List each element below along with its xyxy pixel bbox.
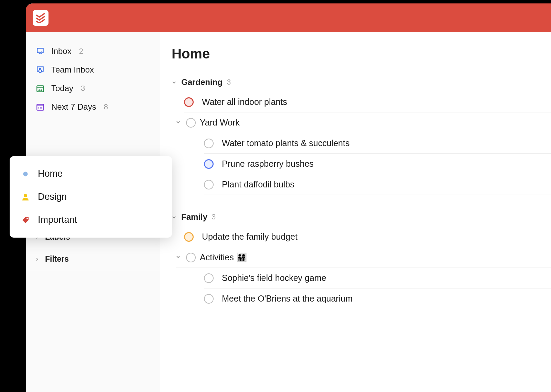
task-row[interactable]: Plant daffodil bulbs (204, 174, 551, 195)
task-row[interactable]: Water tomato plants & succulents (204, 133, 551, 154)
main-panel: Home Gardening 3 Water all indoor plants (160, 32, 551, 392)
sidebar-section-filters[interactable]: Filters (26, 248, 160, 270)
task-checkbox[interactable] (184, 97, 194, 107)
group-name: Family (181, 212, 207, 222)
group-count: 3 (212, 213, 216, 221)
task-title: Sophie's field hockey game (222, 273, 326, 283)
favorite-label: Home (38, 168, 63, 179)
task-row[interactable]: Yard Work (176, 112, 551, 133)
task-checkbox[interactable] (204, 180, 214, 189)
favorite-label: Important (38, 215, 77, 225)
task-title: Water all indoor plants (202, 97, 287, 107)
favorite-item-home[interactable]: Home (10, 162, 172, 185)
chevron-down-icon (172, 212, 177, 222)
favorite-label: Design (38, 192, 67, 202)
svg-point-7 (39, 108, 39, 109)
sidebar-item-team-inbox[interactable]: Team Inbox (26, 61, 160, 79)
svg-point-5 (40, 107, 41, 108)
section-label: Filters (45, 254, 69, 264)
task-title: Activities 👨‍👩‍👧‍👦 (200, 252, 247, 262)
task-checkbox[interactable] (204, 159, 214, 169)
svg-text:21: 21 (39, 88, 42, 91)
group-header-family[interactable]: Family 3 (172, 212, 551, 224)
team-inbox-icon (35, 65, 45, 75)
task-row[interactable]: Prune raspberry bushes (204, 154, 551, 174)
next7-icon (35, 102, 45, 112)
sidebar-item-inbox[interactable]: Inbox 2 (26, 42, 160, 61)
person-icon (21, 192, 30, 202)
favorites-popover: Home Design Important (10, 156, 172, 238)
nav-label: Today (51, 84, 73, 93)
task-list: Water all indoor plants Yard Work Water … (174, 92, 551, 195)
nav-count: 8 (104, 102, 108, 111)
today-icon: 21 (35, 84, 45, 93)
task-checkbox[interactable] (204, 139, 214, 148)
chevron-down-icon (172, 77, 177, 87)
page-title: Home (172, 46, 551, 62)
task-title: Plant daffodil bulbs (222, 179, 294, 189)
task-row[interactable]: Activities 👨‍👩‍👧‍👦 (176, 247, 551, 268)
task-row[interactable]: Sophie's field hockey game (204, 268, 551, 288)
svg-point-4 (39, 107, 39, 108)
sidebar-item-next7[interactable]: Next 7 Days 8 (26, 98, 160, 116)
task-title: Update the family budget (202, 232, 298, 242)
nav-label: Inbox (51, 46, 72, 56)
nav-label: Next 7 Days (51, 102, 96, 112)
task-row[interactable]: Update the family budget (184, 227, 551, 247)
task-checkbox[interactable] (186, 253, 196, 262)
task-row[interactable]: Water all indoor plants (184, 92, 551, 112)
group-header-gardening[interactable]: Gardening 3 (172, 77, 551, 89)
task-checkbox[interactable] (186, 118, 196, 128)
task-checkbox[interactable] (204, 294, 214, 304)
task-title: Prune raspberry bushes (222, 159, 314, 169)
task-title: Water tomato plants & succulents (222, 138, 349, 148)
svg-point-6 (41, 107, 42, 108)
task-title: Yard Work (200, 118, 240, 128)
chevron-down-icon[interactable] (176, 120, 182, 126)
todoist-icon (35, 13, 46, 23)
app-logo[interactable] (33, 10, 48, 26)
task-row[interactable]: Meet the O'Briens at the aquarium (204, 288, 551, 309)
task-title: Meet the O'Briens at the aquarium (222, 294, 353, 304)
tag-icon (21, 215, 30, 225)
dot-icon (21, 169, 30, 179)
nav-label: Team Inbox (51, 65, 94, 75)
svg-point-12 (26, 218, 28, 219)
task-checkbox[interactable] (204, 273, 214, 283)
svg-point-8 (40, 108, 41, 109)
svg-point-10 (23, 172, 28, 176)
group-name: Gardening (181, 77, 223, 87)
favorite-item-important[interactable]: Important (10, 208, 172, 231)
inbox-icon (35, 46, 45, 56)
nav-count: 2 (79, 47, 83, 56)
chevron-right-icon (35, 257, 40, 262)
titlebar (26, 3, 551, 32)
svg-point-9 (41, 108, 42, 109)
svg-point-11 (24, 194, 27, 197)
task-checkbox[interactable] (184, 232, 194, 242)
nav-count: 3 (81, 84, 85, 93)
sidebar-item-today[interactable]: 21 Today 3 (26, 79, 160, 98)
group-count: 3 (227, 78, 231, 87)
chevron-down-icon[interactable] (176, 254, 182, 261)
task-list: Update the family budget Activities 👨‍👩‍… (174, 227, 551, 309)
favorite-item-design[interactable]: Design (10, 185, 172, 208)
